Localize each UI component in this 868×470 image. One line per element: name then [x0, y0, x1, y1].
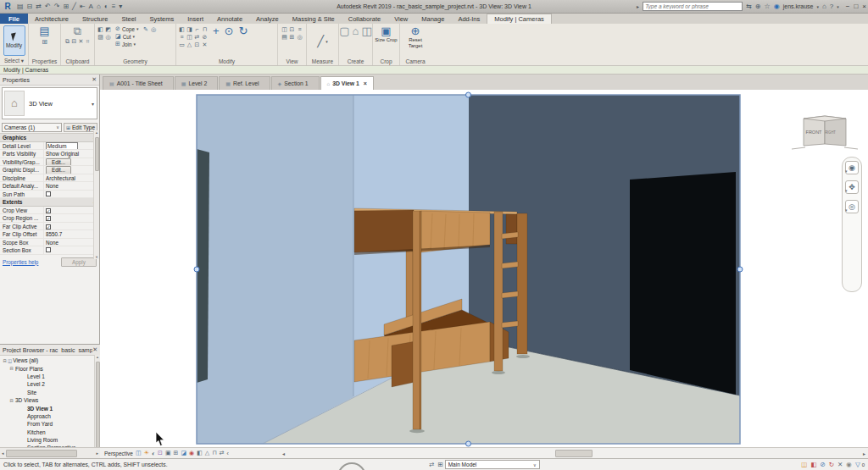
- modify-tool-icon[interactable]: ≡: [178, 33, 186, 41]
- qat-icon[interactable]: ↷: [54, 3, 60, 10]
- qat-icon[interactable]: ≡: [112, 3, 116, 10]
- panel-label-properties[interactable]: Properties: [29, 58, 60, 64]
- view-control-icon[interactable]: ⊓: [212, 450, 216, 456]
- panel-label-camera[interactable]: Camera: [400, 58, 431, 64]
- view-tab-close-icon[interactable]: ×: [364, 80, 367, 86]
- clipboard-icon[interactable]: ⌗: [85, 37, 92, 45]
- qat-icon[interactable]: ⌂: [97, 3, 101, 10]
- edit-type-button[interactable]: ⊞ Edit Type: [64, 123, 97, 132]
- clipboard-icon[interactable]: ⊟: [71, 37, 78, 45]
- modify-tool-icon[interactable]: ⌐: [193, 25, 201, 33]
- canvas-hscrollbar[interactable]: ◂ ▸: [280, 447, 868, 458]
- view-tool-icon[interactable]: ⊡: [288, 25, 296, 33]
- revit-app-icon[interactable]: R: [2, 1, 14, 13]
- app-store-icon[interactable]: ⌂: [822, 3, 826, 10]
- view-control-icon[interactable]: ◐: [152, 451, 155, 456]
- properties-palette-icon[interactable]: ▤: [39, 25, 49, 37]
- user-menu-caret-icon[interactable]: ▾: [816, 4, 819, 9]
- dropdown-caret-icon[interactable]: ▾: [136, 26, 139, 31]
- modify-tool-icon[interactable]: ⇄: [193, 33, 201, 41]
- property-value[interactable]: Edit...: [44, 158, 99, 166]
- view-tab[interactable]: ▦ Ref. Level: [219, 76, 270, 90]
- dropdown-caret-icon[interactable]: ▾: [133, 41, 136, 47]
- type-selector-caret-icon[interactable]: ▾: [92, 101, 94, 107]
- view-tab[interactable]: ▤ A001 - Title Sheet: [103, 76, 174, 90]
- tree-item[interactable]: Kitchen: [0, 429, 100, 436]
- property-value[interactable]: Edit...: [44, 166, 99, 174]
- reset-target-button[interactable]: ⊕ Reset Target: [402, 25, 429, 48]
- tree-item[interactable]: Level 1: [0, 373, 100, 380]
- view-control-icon[interactable]: ⇄: [220, 450, 225, 456]
- ribbon-tab[interactable]: Manage: [415, 14, 451, 24]
- modify-tool-icon[interactable]: △: [186, 41, 193, 48]
- status-right-icon[interactable]: ◧: [810, 461, 816, 468]
- active-design-option-combo[interactable]: Main Model∨: [445, 460, 540, 469]
- panel-label-view[interactable]: View: [278, 58, 306, 64]
- view-control-icon[interactable]: △: [205, 450, 209, 456]
- properties-help-link[interactable]: Properties help: [3, 259, 38, 265]
- qat-icon[interactable]: ⇄: [36, 3, 42, 10]
- ribbon-tab[interactable]: Structure: [75, 14, 114, 24]
- property-value[interactable]: None: [44, 239, 99, 246]
- demolish-icon[interactable]: ◎: [149, 25, 157, 33]
- view-control-icon[interactable]: ▣: [165, 450, 171, 456]
- size-crop-button[interactable]: ▣ Size Crop: [375, 25, 397, 43]
- project-browser-close-icon[interactable]: ✕: [92, 346, 97, 353]
- property-value[interactable]: ✓: [44, 207, 99, 214]
- panel-label-modify[interactable]: Modify: [176, 58, 277, 64]
- modify-tool-button[interactable]: Modify: [3, 25, 25, 56]
- view-tab[interactable]: ⌂ 3D View 1 ×: [320, 76, 374, 90]
- ribbon-tab[interactable]: Insert: [181, 14, 210, 24]
- status-right-icon[interactable]: ◉: [846, 461, 852, 468]
- view-control-icon[interactable]: ◫: [136, 450, 142, 456]
- titlebar-icon[interactable]: ⊕: [755, 3, 761, 10]
- viewcube[interactable]: FRONT RIGHT: [788, 110, 861, 158]
- tree-item[interactable]: ⊟ 3D Views: [0, 396, 100, 404]
- window-control-button[interactable]: −: [846, 3, 850, 10]
- measure-caret-icon[interactable]: ▾: [326, 39, 328, 44]
- qat-icon[interactable]: ⊞: [63, 3, 69, 10]
- family-types-icon[interactable]: ⊞: [42, 38, 47, 46]
- ribbon-tab[interactable]: Architecture: [28, 14, 75, 24]
- create-tool-icon[interactable]: ◫: [361, 25, 371, 37]
- modify-tool-icon[interactable]: ▭: [178, 41, 186, 48]
- view-tab[interactable]: ◈ Section 1: [271, 76, 320, 90]
- titlebar-icon[interactable]: ⇆: [746, 3, 752, 10]
- tree-item[interactable]: Approach: [0, 412, 100, 420]
- qat-icon[interactable]: ⇤: [80, 3, 86, 10]
- help-search-input[interactable]: [643, 2, 743, 11]
- ribbon-tab[interactable]: Systems: [143, 14, 181, 24]
- geometry-tool[interactable]: ⊘ Cope ▾: [115, 25, 138, 32]
- view-tab[interactable]: ▦ Level 2: [175, 76, 219, 90]
- geometry-tool[interactable]: ⊞ Join ▾: [115, 41, 138, 47]
- drawing-area[interactable]: [100, 90, 868, 447]
- ribbon-tab[interactable]: Modify | Cameras: [487, 14, 552, 24]
- property-value[interactable]: [44, 246, 99, 254]
- modify-tool-icon[interactable]: ◨: [186, 25, 193, 33]
- properties-close-icon[interactable]: ✕: [92, 76, 97, 83]
- tree-item[interactable]: ⊟ Floor Plans: [0, 364, 100, 372]
- measure-tool-icon[interactable]: ╱: [317, 36, 324, 47]
- apply-button[interactable]: Apply: [61, 257, 97, 267]
- clipboard-icon[interactable]: ✕: [78, 37, 85, 45]
- property-value[interactable]: ✓: [44, 214, 99, 222]
- geometry-extra-icon[interactable]: ◩: [104, 25, 112, 33]
- status-right-icon[interactable]: ⊘: [820, 461, 825, 468]
- view-control-icon[interactable]: ◧: [197, 450, 203, 456]
- panel-label-clipboard[interactable]: Clipboard: [61, 58, 94, 64]
- view-control-icon[interactable]: ‹: [227, 451, 229, 456]
- paint-icon[interactable]: ✎: [142, 25, 149, 33]
- status-right-icon[interactable]: ◫: [801, 461, 807, 468]
- tree-item[interactable]: Level 2: [0, 380, 100, 388]
- clipboard-icon[interactable]: ⧉: [64, 37, 71, 45]
- property-value[interactable]: ✓: [44, 223, 99, 230]
- project-browser-hscrollbar[interactable]: ◂ ▸: [0, 447, 100, 458]
- modify-tool-icon[interactable]: ◫: [186, 33, 193, 41]
- view-control-icon[interactable]: ◪: [181, 450, 186, 456]
- qat-icon[interactable]: ╱: [72, 3, 76, 10]
- help-icon[interactable]: ?: [830, 3, 833, 10]
- modify-tool-icon[interactable]: ⊘: [201, 33, 209, 41]
- titlebar-icon[interactable]: ◉: [774, 3, 780, 10]
- tree-twisty-icon[interactable]: ⊟: [8, 398, 14, 403]
- status-left-icon[interactable]: ⇄: [429, 461, 434, 468]
